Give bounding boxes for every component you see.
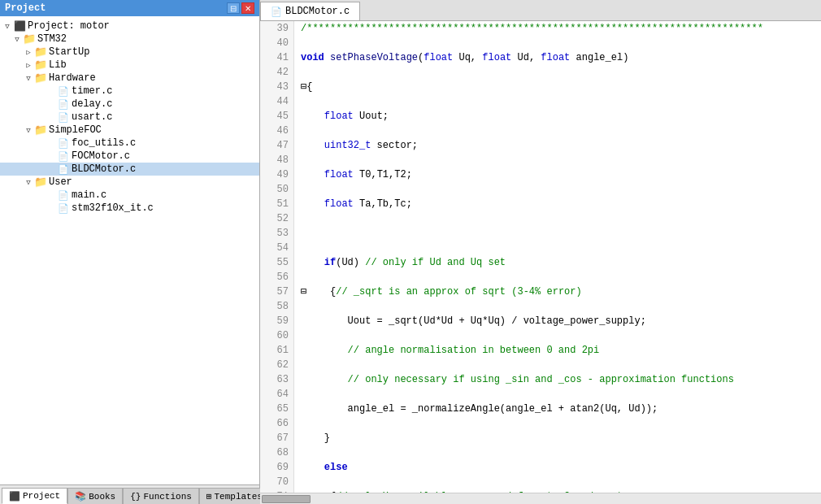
expander-foc-utils-c [46,137,57,149]
tree-item-bldcmotor-c[interactable]: 📄 BLDCMotor.c [0,163,259,176]
expander-bldcmotor-c [46,163,57,175]
project-tree: ▽ ⬛ Project: motor ▽ 📁 STM32 ▷ 📁 StartUp… [0,16,259,484]
tree-label-delay-c: delay.c [72,98,112,110]
tab-project-label: Project [23,491,60,501]
expander-startup[interactable]: ▷ [23,46,34,58]
tree-item-main-c[interactable]: 📄 main.c [0,189,259,202]
panel-float-button[interactable]: ⊟ [227,2,240,14]
file-icon-stm32f10x-it-c: 📄 [57,202,70,214]
folder-icon-hardware: 📁 [34,72,47,84]
tree-label-main-c: main.c [72,189,106,201]
tree-label-lib: Lib [49,59,67,71]
expander-timer-c [46,85,57,97]
tree-label-timer-c: timer.c [72,85,112,97]
file-icon-main-c: 📄 [57,189,70,201]
tree-item-startup[interactable]: ▷ 📁 StartUp [0,46,259,59]
tree-label-user: User [49,176,72,188]
templates-tab-icon: ⊞ [206,491,212,502]
tree-item-lib[interactable]: ▷ 📁 Lib [0,59,259,72]
tree-label-hardware: Hardware [49,72,96,84]
editor-tab-bar: 📄 BLDCMotor.c [260,0,821,21]
tree-label-focmotor-c: FOCMotor.c [72,150,130,162]
tab-templates[interactable]: ⊞ Templates [199,488,270,504]
tree-label-project-motor: Project: motor [28,20,110,32]
project-tab-icon: ⬛ [9,491,20,502]
tree-item-simplefoc[interactable]: ▽ 📁 SimpleFOC [0,124,259,137]
tree-item-timer-c[interactable]: 📄 timer.c [0,85,259,98]
tab-books[interactable]: 📚 Books [67,488,123,504]
file-icon-foc-utils-c: 📄 [57,137,70,149]
expander-project-motor[interactable]: ▽ [2,20,13,32]
expander-lib[interactable]: ▷ [23,59,34,71]
functions-tab-icon: {} [130,492,141,502]
tree-item-delay-c[interactable]: 📄 delay.c [0,98,259,111]
file-icon-bldcmotor-c: 📄 [57,163,70,175]
file-icon-timer-c: 📄 [57,85,70,97]
expander-hardware[interactable]: ▽ [23,72,34,84]
panel-header: Project ⊟ ✕ [0,0,259,16]
code-content[interactable]: /***************************************… [294,21,821,493]
tree-item-hardware[interactable]: ▽ 📁 Hardware [0,72,259,85]
code-tab-filename: BLDCMotor.c [285,6,350,17]
tree-label-startup: StartUp [49,46,89,58]
folder-icon-startup: 📁 [34,46,47,58]
tab-books-label: Books [89,492,115,502]
project-panel: Project ⊟ ✕ ▽ ⬛ Project: motor ▽ 📁 STM32… [0,0,260,504]
tree-item-project-motor[interactable]: ▽ ⬛ Project: motor [0,20,259,33]
books-tab-icon: 📚 [75,491,86,502]
line-numbers: 3940414243 4445464748 4950515253 5455565… [260,21,294,493]
expander-delay-c [46,98,57,110]
tree-label-stm32: STM32 [37,33,67,45]
horizontal-scrollbar[interactable] [260,493,821,504]
tree-item-foc-utils-c[interactable]: 📄 foc_utils.c [0,137,259,150]
expander-stm32f10x-it-c [46,202,57,214]
expander-simplefoc[interactable]: ▽ [23,124,34,136]
bottom-tabs: ⬛ Project 📚 Books {} Functions ⊞ Templat… [0,484,259,504]
tree-item-user[interactable]: ▽ 📁 User [0,176,259,189]
folder-icon-simplefoc: 📁 [34,124,47,136]
scrollbar-thumb[interactable] [262,495,311,503]
file-icon-usart-c: 📄 [57,111,70,123]
folder-icon-stm32: 📁 [23,33,36,45]
tree-label-bldcmotor-c: BLDCMotor.c [72,163,136,175]
folder-icon-user: 📁 [34,176,47,188]
panel-header-icons: ⊟ ✕ [227,2,254,14]
tree-item-usart-c[interactable]: 📄 usart.c [0,111,259,124]
code-editor-panel: 📄 BLDCMotor.c 3940414243 4445464748 4950… [260,0,821,504]
file-icon-delay-c: 📄 [57,98,70,110]
expander-main-c [46,189,57,201]
code-tab-bldcmotor[interactable]: 📄 BLDCMotor.c [260,2,360,20]
code-area[interactable]: 3940414243 4445464748 4950515253 5455565… [260,21,821,493]
tree-item-stm32f10x-it-c[interactable]: 📄 stm32f10x_it.c [0,202,259,215]
tree-label-foc-utils-c: foc_utils.c [72,137,136,149]
expander-focmotor-c [46,150,57,162]
tree-item-focmotor-c[interactable]: 📄 FOCMotor.c [0,150,259,163]
folder-icon-lib: 📁 [34,59,47,71]
expander-usart-c [46,111,57,123]
expander-stm32[interactable]: ▽ [11,33,23,45]
panel-title: Project [5,2,46,14]
tree-label-simplefoc: SimpleFOC [49,124,102,136]
file-icon-focmotor-c: 📄 [57,150,70,162]
panel-close-button[interactable]: ✕ [241,2,254,14]
tree-item-stm32[interactable]: ▽ 📁 STM32 [0,33,259,46]
project-icon: ⬛ [13,20,26,32]
tab-functions-label: Functions [143,492,191,502]
tab-functions[interactable]: {} Functions [123,488,199,504]
code-tab-file-icon: 📄 [271,7,282,17]
tree-label-usart-c: usart.c [72,111,112,123]
expander-user[interactable]: ▽ [23,176,34,188]
tab-project[interactable]: ⬛ Project [2,488,67,504]
tree-label-stm32f10x-it-c: stm32f10x_it.c [72,202,154,214]
tab-templates-label: Templates [214,492,262,502]
